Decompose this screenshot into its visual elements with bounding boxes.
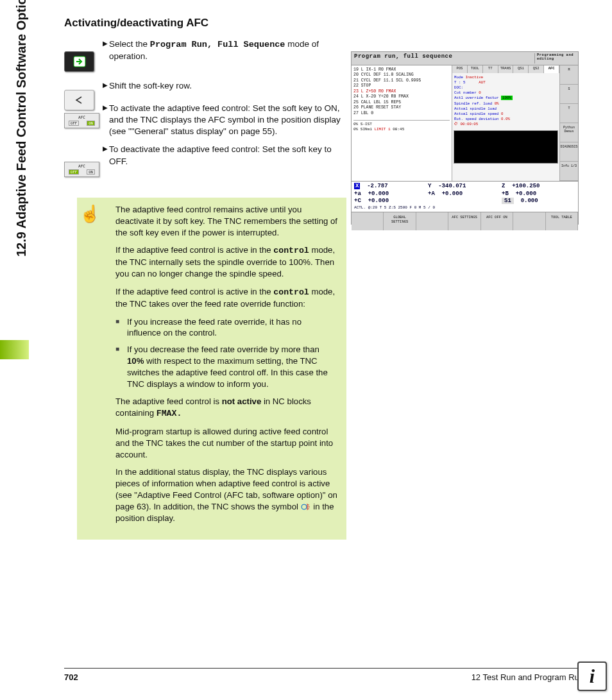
text: with respect to the maximum setting, the… <box>127 356 328 389</box>
status-line: 0% S-IST <box>353 122 450 127</box>
axis-label: X <box>354 183 360 189</box>
axis-label: +a <box>354 191 361 197</box>
step-deactivate: ▶ To deactivate the adaptive feed contro… <box>109 144 346 167</box>
step-select-mode: ▶ Select the Program Run, Full Sequence … <box>109 38 346 62</box>
value: 0 <box>479 90 480 95</box>
figure-title: Program run, full sequence <box>354 53 534 64</box>
text-mono: Program Run, Full Sequence <box>150 40 285 49</box>
hand-point-icon: ☝ <box>80 203 100 225</box>
text-mono: control <box>273 246 309 255</box>
text: Shift the soft-key row. <box>109 81 192 90</box>
prog-line-highlight: 23 L Z+50 R0 FMAX <box>353 89 450 94</box>
sidebar: 12.9 Adaptive Feed Control Software Opti… <box>0 0 29 700</box>
tnc-screen-figure: Program run, full sequence Programming a… <box>351 51 579 225</box>
text-bold: not active <box>222 397 262 406</box>
side-btn: S <box>560 85 578 104</box>
label: Mode <box>454 75 463 80</box>
axis-label: +B <box>502 191 509 197</box>
label: DOC: <box>454 85 557 90</box>
axis-value: +0.000 <box>368 198 389 204</box>
off-label: OFF <box>69 121 79 126</box>
text-bold: 10% <box>127 356 144 366</box>
label: Actl override factor <box>454 96 499 100</box>
bullet-arrow-icon: ▶ <box>103 81 108 90</box>
prog-line: 20 CYCL DEF 11.0 SCALING <box>353 73 450 78</box>
figure-bottom-softkeys: GLOBAL SETTINGS AFC SETTINGS AFC OFF ON … <box>352 212 578 230</box>
figure-title-right: Programming and editing <box>534 53 575 64</box>
axis-value: 0.000 <box>521 198 538 204</box>
label: Spindle ref. load <box>454 101 492 106</box>
note-p4: The adaptive feed control is not active … <box>115 396 337 420</box>
side-btn: Python Demos <box>560 123 578 142</box>
figure-title-bar: Program run, full sequence Programming a… <box>352 52 578 65</box>
bullet-arrow-icon: ▶ <box>103 103 108 112</box>
axis-label: Y <box>428 183 431 189</box>
value: 00:00:05 <box>460 122 478 126</box>
tab: QS2 <box>529 65 544 73</box>
axis-value: +0.000 <box>516 191 536 197</box>
value: AUT <box>479 80 485 85</box>
label: T : 5 <box>454 80 465 85</box>
tab: TOOL <box>468 65 483 73</box>
figure-side-buttons: M S T Python Demos DIAGNOSIS Info 1/3 <box>559 65 578 181</box>
prog-line: 27 LBL 0 <box>353 111 450 116</box>
page-footer: 702 12 Test Run and Program Run <box>64 668 584 682</box>
sidebar-title: 12.9 Adaptive Feed Control Software Opti… <box>14 0 29 257</box>
off-label: OFF <box>69 169 79 175</box>
prog-line: 25 CALL LBL 15 REP5 <box>353 100 450 105</box>
tab: TRANS <box>498 65 514 73</box>
tab-active: AFC <box>544 65 559 73</box>
green-tab <box>0 340 29 359</box>
note-p1: The adaptive feed control remains active… <box>115 204 337 238</box>
bullet-arrow-icon: ▶ <box>103 144 108 153</box>
text: The adaptive feed control is <box>115 397 222 406</box>
axis-value: -2.787 <box>367 183 387 189</box>
label: Actual spindle speed <box>454 112 499 116</box>
text: If you decrease the feed rate override b… <box>127 345 319 354</box>
text: If the adaptive feed control is active i… <box>115 245 273 255</box>
main-content: Activating/deactivating AFC ▶ Select the… <box>64 17 346 174</box>
figure-status: 0% S-IST 0% SINm1 LIMIT 1 08:45 <box>353 120 450 132</box>
afc-symbol-icon <box>301 502 311 511</box>
on-label: ON <box>87 121 95 126</box>
value: Inactive <box>465 75 483 80</box>
on-label: ON <box>87 169 95 175</box>
bullet-item: If you decrease the feed rate override b… <box>127 344 337 389</box>
text: Select the <box>109 39 150 49</box>
tab: POS <box>452 65 468 73</box>
note-p3: If the adaptive feed control is active i… <box>115 286 337 310</box>
tab: QS1 <box>513 65 529 73</box>
figure-coords: X -2.787 Y -340.071 Z +100.250 +a +0.000… <box>352 181 578 212</box>
note-p2: If the adaptive feed control is active i… <box>115 244 337 279</box>
figure-info-panel: POS TOOL TT TRANS QS1 QS2 AFC Mode Inact… <box>452 65 559 181</box>
value: 100% <box>501 96 513 100</box>
side-btn: T <box>560 104 578 123</box>
time: ⏱ 00:00:05 <box>454 122 557 127</box>
figure-afc-info: Mode Inactive T : 5 AUT DOC: Cut number … <box>452 73 559 129</box>
side-btn: DIAGNOSIS <box>560 142 578 162</box>
bottom-btn <box>513 212 545 230</box>
side-btn: Info 1/3 <box>560 162 578 181</box>
bottom-btn: AFC OFF ON <box>481 212 513 230</box>
afc-on-softkey-icon: AFC OFF ON <box>64 113 99 128</box>
bottom-btn <box>352 212 384 230</box>
bottom-btn: AFC SETTINGS <box>448 212 480 230</box>
text: To deactivate the adaptive feed control:… <box>109 144 332 166</box>
axis-value: +0.000 <box>368 191 389 197</box>
bottom-btn: GLOBAL SETTINGS <box>384 212 416 230</box>
value: 0% <box>495 101 499 106</box>
afc-label: AFC <box>65 115 99 119</box>
prog-line: 19 L IX-1 R0 FMAX <box>353 67 450 73</box>
program-run-mode-icon <box>64 51 93 71</box>
info-icon: i <box>577 662 607 691</box>
afc-off-softkey-icon: AFC OFF ON <box>64 162 99 177</box>
step-activate: ▶ To activate the adaptive feed control:… <box>109 103 346 138</box>
text-mono: FMAX. <box>157 409 182 418</box>
bullet-list: If you increase the feed rate override, … <box>115 316 337 390</box>
icon-box <box>64 90 94 110</box>
text: To activate the adaptive feed control: S… <box>109 103 341 136</box>
note-p6: In the additional status display, the TN… <box>115 466 337 524</box>
prog-line: 24 L X-20 Y+20 R0 FMAX <box>353 94 450 99</box>
prog-line: 22 STOP <box>353 83 450 89</box>
page-number: 702 <box>64 672 78 682</box>
